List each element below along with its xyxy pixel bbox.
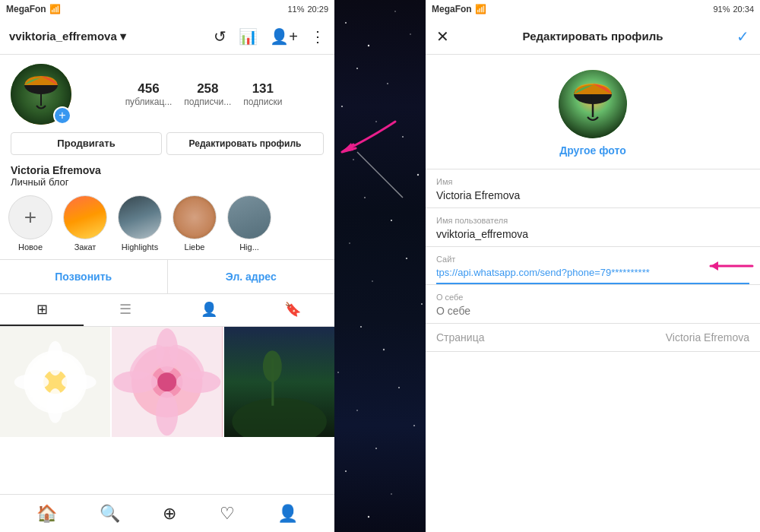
highlight-sunset[interactable]: Закат (62, 195, 108, 252)
field-input-bio[interactable] (436, 305, 749, 323)
bottom-nav-left: 🏠 🔍 ⊕ ♡ 👤 (0, 494, 334, 532)
edit-avatar-section: Другое фото (426, 55, 760, 169)
field-value-name[interactable]: Victoria Efremova (436, 189, 749, 207)
call-button[interactable]: Позвонить (0, 260, 168, 293)
add-post-icon[interactable]: ⊕ (163, 504, 176, 524)
bio-name: Victoria Efremova (11, 164, 324, 176)
dropdown-icon[interactable]: ▾ (120, 30, 126, 43)
page-field-value: Victoria Efremova (666, 331, 749, 344)
svg-point-52 (345, 470, 347, 472)
svg-point-27 (263, 350, 282, 382)
starfield (334, 0, 426, 532)
right-panel: MegaFon 📶 91% 20:34 ✕ Редактировать проф… (426, 0, 760, 532)
svg-point-42 (406, 258, 407, 259)
stat-followers[interactable]: 258 подписчи... (184, 81, 231, 107)
history-icon[interactable]: ↺ (214, 27, 226, 46)
carrier-text-right: MegaFon (432, 4, 472, 14)
photo-cell-3[interactable] (224, 327, 334, 437)
highlight-plus-icon: + (24, 205, 36, 230)
more-icon[interactable]: ⋮ (310, 27, 325, 46)
nav-username[interactable]: vviktoria_effremova ▾ (9, 30, 126, 43)
edit-avatar-svg (559, 70, 627, 138)
stat-pub-label: публикац... (125, 97, 173, 107)
svg-point-40 (391, 220, 392, 221)
stat-fol-number: 258 (197, 81, 218, 97)
photo-cell-1[interactable] (0, 327, 110, 437)
bookmark-icon: 🔖 (284, 301, 301, 318)
svg-point-28 (345, 22, 347, 24)
profile-buttons: Продвигать Редактировать профиль (11, 132, 324, 155)
svg-point-38 (417, 174, 419, 176)
highlight-circle-highlights (118, 195, 162, 239)
close-button[interactable]: ✕ (436, 27, 449, 46)
svg-point-50 (413, 425, 415, 426)
photo-cell-2[interactable] (112, 327, 222, 437)
search-icon[interactable]: 🔍 (100, 504, 120, 524)
edit-avatar-image (559, 70, 627, 138)
form-field-website: Сайт tps://api.whatsapp.com/send?phone=7… (426, 247, 760, 285)
time-right: 20:34 (733, 5, 754, 14)
highlight-label-liebe: Liebe (185, 242, 205, 252)
grid-icon: ⊞ (36, 301, 48, 318)
highlight-label-sunset: Закат (74, 242, 97, 252)
svg-point-46 (383, 349, 385, 350)
action-buttons: Позвонить Эл. адрес (0, 260, 334, 294)
highlight-liebe[interactable]: Liebe (172, 195, 217, 252)
status-right-right: 91% 20:34 (713, 5, 754, 14)
carrier-icons-right: 📶 (475, 4, 486, 14)
nav-icons: ↺ 📊 👤+ ⋮ (214, 27, 325, 46)
field-value-username[interactable]: vviktoria_effremova (436, 228, 749, 246)
stat-following[interactable]: 131 подписки (243, 81, 282, 107)
status-bar-right: MegaFon 📶 91% 20:34 (426, 0, 760, 18)
likes-icon[interactable]: ♡ (220, 504, 235, 524)
carrier-text-left: MegaFon (6, 4, 46, 14)
highlight-circle-sunset (63, 195, 107, 239)
battery-percent-left: 11% (287, 5, 304, 14)
page-field-label: Страница (436, 331, 484, 344)
tag-view-button[interactable]: 👤 (167, 294, 251, 326)
bookmark-view-button[interactable]: 🔖 (251, 294, 334, 326)
edit-avatar[interactable] (559, 70, 627, 138)
edit-profile-content: Другое фото Имя Victoria Efremova Имя по… (426, 55, 760, 532)
svg-point-31 (410, 33, 410, 34)
profile-nav-bar: vviktoria_effremova ▾ ↺ 📊 👤+ ⋮ (0, 18, 334, 55)
svg-point-30 (368, 45, 369, 46)
svg-point-29 (394, 11, 396, 12)
field-label-username: Имя пользователя (436, 216, 749, 225)
svg-point-33 (387, 83, 388, 84)
highlight-new[interactable]: + Новое (8, 195, 53, 252)
stat-publications[interactable]: 456 публикац... (125, 81, 173, 107)
save-check-button[interactable]: ✓ (736, 27, 749, 46)
avatar-container: + (11, 64, 71, 125)
profile-stats: 456 публикац... 258 подписчи... 131 подп… (84, 81, 324, 107)
add-person-icon[interactable]: 👤+ (270, 27, 298, 46)
promote-button[interactable]: Продвигать (11, 132, 162, 155)
avatar-plus-button[interactable]: + (53, 106, 71, 125)
svg-point-32 (356, 68, 358, 69)
stat-fng-label: подписки (243, 97, 282, 107)
svg-point-51 (375, 448, 377, 449)
edit-profile-title: Редактировать профиль (523, 30, 663, 43)
edit-profile-button[interactable]: Редактировать профиль (166, 132, 324, 155)
list-icon: ☰ (119, 301, 131, 318)
highlight-circle-new: + (8, 195, 52, 239)
grid-view-button[interactable]: ⊞ (0, 294, 84, 326)
left-panel: MegaFon 📶 11% 20:29 vviktoria_effremova … (0, 0, 334, 532)
status-bar-left: MegaFon 📶 11% 20:29 (0, 0, 334, 18)
home-icon[interactable]: 🏠 (36, 504, 57, 524)
highlight-partial[interactable]: Hig... (226, 195, 272, 252)
stat-fol-label: подписчи... (184, 97, 231, 107)
photo-svg-3 (224, 327, 334, 437)
email-button[interactable]: Эл. адрес (168, 260, 335, 293)
stats-icon[interactable]: 📊 (239, 27, 258, 46)
list-view-button[interactable]: ☰ (84, 294, 167, 326)
status-right-left: 11% 20:29 (287, 5, 328, 14)
profile-icon[interactable]: 👤 (277, 504, 298, 524)
svg-point-44 (421, 303, 423, 305)
svg-point-39 (364, 197, 366, 198)
svg-marker-60 (711, 261, 718, 271)
pink-arrow-website (699, 255, 760, 277)
highlight-highlights[interactable]: Highlights (117, 195, 163, 252)
change-photo-button[interactable]: Другое фото (559, 144, 626, 157)
grid-controls: ⊞ ☰ 👤 🔖 (0, 294, 334, 327)
